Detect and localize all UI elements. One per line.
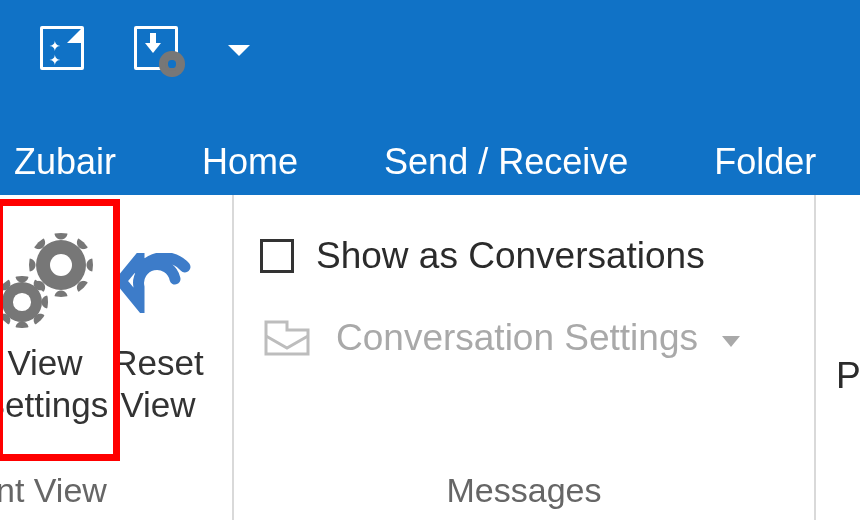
- reset-view-label-2: View: [120, 385, 195, 424]
- view-settings-button[interactable]: View Settings: [0, 220, 104, 470]
- title-bar: ✦✦ Zubair Home Send / Receive Folder: [0, 0, 860, 195]
- chevron-down-icon: [722, 336, 740, 347]
- tab-zubair[interactable]: Zubair: [14, 141, 116, 183]
- view-settings-label-1: View: [7, 343, 82, 382]
- group-label-messages: Messages: [234, 470, 814, 520]
- reset-view-label-1: Reset: [112, 343, 203, 382]
- group-right-partial: P: [816, 195, 860, 520]
- send-receive-qat-icon[interactable]: [134, 26, 178, 70]
- conversation-settings-dropdown: Conversation Settings: [260, 317, 788, 359]
- new-item-icon[interactable]: ✦✦: [40, 26, 84, 70]
- group-current-view: View Settings Reset View nt: [0, 195, 234, 520]
- ribbon-tabs: Zubair Home Send / Receive Folder: [0, 141, 816, 183]
- gears-icon: [0, 238, 90, 328]
- view-settings-label-2: Settings: [0, 385, 108, 424]
- group-messages: Show as Conversations Conversation Setti…: [234, 195, 816, 520]
- customize-qat-dropdown[interactable]: [228, 41, 250, 56]
- show-as-conversations-label: Show as Conversations: [316, 235, 705, 277]
- undo-arrow-icon: [119, 253, 197, 313]
- ribbon: View Settings Reset View nt: [0, 195, 860, 520]
- conversation-settings-label: Conversation Settings: [336, 317, 698, 359]
- envelope-icon: [260, 318, 314, 358]
- tab-send-receive[interactable]: Send / Receive: [384, 141, 628, 183]
- group-label-current-view: nt View: [0, 470, 232, 520]
- tab-folder[interactable]: Folder: [714, 141, 816, 183]
- checkbox-unchecked-icon: [260, 239, 294, 273]
- partial-label: P: [836, 355, 860, 397]
- quick-access-toolbar: ✦✦: [40, 26, 250, 70]
- tab-home[interactable]: Home: [202, 141, 298, 183]
- reset-view-button[interactable]: Reset View: [104, 220, 212, 470]
- show-as-conversations-checkbox[interactable]: Show as Conversations: [260, 235, 788, 277]
